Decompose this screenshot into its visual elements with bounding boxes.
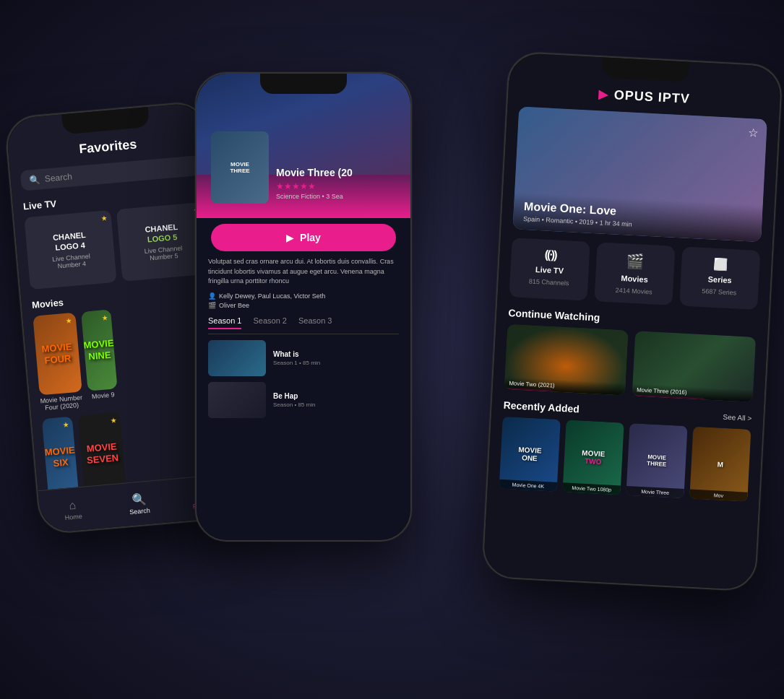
hero-title-mid: Movie Three (20 [276, 167, 403, 178]
nav-search-label: Search [129, 507, 150, 516]
notch-mid [260, 74, 347, 94]
recent-4-label: Mov [689, 490, 748, 502]
episode-1-thumb[interactable]: ▶ [208, 340, 266, 376]
mid-content: Volutpat sed cras ornare arcu dui. At lo… [197, 257, 410, 418]
episode-2-row: ▶ Be Hap Season • 85 min [208, 382, 399, 418]
recent-card-3[interactable]: MOVIETHREE Movie Three [626, 423, 687, 498]
recent-card-4[interactable]: M Mov [689, 427, 751, 502]
channel-5-label: Live ChannelNumber 5 [144, 245, 183, 263]
movie-four-text: MOVIEFOUR [41, 342, 73, 367]
episode-2-title: Be Hap [273, 392, 399, 400]
channel-card-4[interactable]: ★ CHANELLOGO 4 Live ChannelNumber 4 [24, 210, 116, 290]
nav-home-label: Home [64, 512, 82, 521]
cast-actors-row: 👤 Kelly Dewey, Paul Lucas, Victor Seth [208, 292, 399, 300]
continue-row: Movie Two (2021) Movie Three (2016) [493, 324, 767, 403]
hero-stars: ★★★★★ [276, 181, 403, 191]
home-icon: ⌂ [69, 498, 77, 512]
movies-row-1: ★ MOVIEFOUR Movie NumberFour (2020) ★ MO… [33, 300, 220, 412]
movie-nine-label: Movie 9 [87, 391, 119, 401]
search-placeholder: Search [44, 171, 72, 183]
star-badge-m6: ★ [62, 420, 69, 429]
movie-four-label: Movie NumberFour (2020) [40, 394, 83, 412]
continue-card-1[interactable]: Movie Two (2021) [504, 324, 628, 396]
series-count: 5687 Series [702, 287, 737, 297]
category-movies[interactable]: 🎬 Movies 2414 Movies [594, 242, 675, 305]
description: Volutpat sed cras ornare arcu dui. At lo… [208, 257, 399, 287]
channel-logo-5: CHANELLOGO 5 [145, 222, 179, 245]
livetv-count: 815 Channels [529, 277, 569, 287]
opus-logo-icon: ▶ [598, 86, 608, 103]
season-2-tab[interactable]: Season 2 [253, 316, 286, 329]
play-label: Play [300, 232, 321, 243]
recently-added-title: Recently Added [503, 399, 580, 414]
movie-nine-text: MOVIENINE [83, 338, 115, 363]
person-icon: 👤 [208, 292, 216, 300]
channel-logo-4: CHANELLOGO 4 [52, 230, 87, 253]
phone-right: ▶ OPUS IPTV ☆ Movie One: Love Spain • Ro… [481, 51, 783, 592]
play-button[interactable]: ▶ Play [211, 224, 396, 251]
episode-2-meta: Season • 85 min [273, 401, 399, 408]
cast-director: Oliver Bee [219, 302, 249, 309]
hero-right[interactable]: ☆ Movie One: Love Spain • Romantic • 201… [512, 106, 767, 242]
series-icon: ⬜ [713, 257, 728, 272]
star-badge-ch4: ★ [100, 214, 108, 222]
recent-3-text: MOVIETHREE [647, 453, 667, 467]
season-3-tab[interactable]: Season 3 [298, 316, 332, 329]
hero-genre: Science Fiction • 3 Sea [276, 193, 403, 200]
movie-card-six[interactable]: ★ MOVIESIX [42, 417, 79, 498]
categories-row: ((·)) Live TV 815 Channels 🎬 Movies 2414… [498, 237, 772, 311]
movie-card-four[interactable]: ★ MOVIEFOUR [33, 313, 82, 396]
recent-1-label: Movie One 4K [499, 479, 558, 492]
recently-row: MOVIEONE Movie One 4K MOVIETWO Movie Two… [488, 416, 763, 503]
continue-card-2[interactable]: Movie Three (2016) [632, 331, 756, 402]
phone-mid: MOVIETHREE Movie Three (20 ★★★★★ Science… [195, 72, 412, 542]
category-livetv[interactable]: ((·)) Live TV 815 Channels [509, 238, 590, 301]
series-name: Series [707, 274, 732, 285]
play-icon: ▶ [286, 232, 294, 243]
recent-card-1[interactable]: MOVIEONE Movie One 4K [499, 417, 561, 492]
movies-count: 2414 Movies [615, 287, 652, 296]
opus-title: OPUS IPTV [613, 87, 690, 106]
category-series[interactable]: ⬜ Series 5687 Series [679, 246, 760, 310]
channels-row: ★ CHANELLOGO 4 Live ChannelNumber 4 ★ CH… [24, 202, 209, 290]
livetv-icon: ((·)) [544, 248, 556, 262]
search-nav-icon: 🔍 [131, 492, 147, 507]
director-icon: 🎬 [208, 302, 216, 309]
screen-right: ▶ OPUS IPTV ☆ Movie One: Love Spain • Ro… [483, 53, 781, 591]
episode-1-meta: Season 1 • 85 min [273, 360, 399, 366]
nav-home[interactable]: ⌂ Home [39, 496, 107, 524]
episode-1-title: What is [273, 350, 399, 358]
screen-mid: MOVIETHREE Movie Three (20 ★★★★★ Science… [197, 74, 410, 540]
star-badge-m9: ★ [101, 313, 108, 322]
cast-actors: Kelly Dewey, Paul Lucas, Victor Seth [219, 292, 325, 300]
channel-4-label: Live ChannelNumber 4 [52, 253, 91, 271]
episode-2-info: Be Hap Season • 85 min [273, 392, 399, 408]
recent-3-label: Movie Three [626, 486, 684, 498]
recent-card-2[interactable]: MOVIETWO Movie Two 1080p [563, 420, 624, 495]
seasons-tabs: Season 1 Season 2 Season 3 [208, 316, 399, 334]
livetv-name: Live TV [535, 265, 564, 275]
scene: Favorites 🔍 Search Live TV ★ CHANELLOGO … [0, 0, 784, 699]
season-1-tab[interactable]: Season 1 [208, 316, 241, 329]
episode-1-info: What is Season 1 • 85 min [273, 350, 399, 366]
see-all-button[interactable]: See All > [723, 412, 751, 422]
hero-info: Movie Three (20 ★★★★★ Science Fiction • … [276, 167, 403, 200]
continue-watching-title: Continue Watching [508, 307, 600, 324]
episode-1-row: ▶ What is Season 1 • 85 min [208, 340, 399, 376]
movie-card-nine[interactable]: ★ MOVIENINE [81, 309, 118, 391]
hero-banner-mid: MOVIETHREE Movie Three (20 ★★★★★ Science… [197, 74, 410, 218]
search-bar[interactable]: 🔍 Search [20, 155, 200, 191]
movies-icon: 🎬 [626, 252, 645, 270]
movie-seven-text: MOVIESEVEN [85, 441, 119, 466]
search-icon: 🔍 [29, 174, 40, 185]
cast-director-row: 🎬 Oliver Bee [208, 302, 399, 309]
movies-name: Movies [621, 274, 648, 284]
star-badge-m4: ★ [65, 316, 72, 325]
nav-search[interactable]: 🔍 Search [105, 490, 173, 518]
star-badge-m7: ★ [110, 416, 117, 425]
episode-2-thumb[interactable]: ▶ [208, 382, 266, 418]
hero-poster: MOVIETHREE [211, 131, 269, 204]
recent-2-text: MOVIETWO [581, 449, 605, 466]
bookmark-icon[interactable]: ☆ [747, 126, 758, 140]
recent-1-text: MOVIEONE [518, 446, 542, 463]
